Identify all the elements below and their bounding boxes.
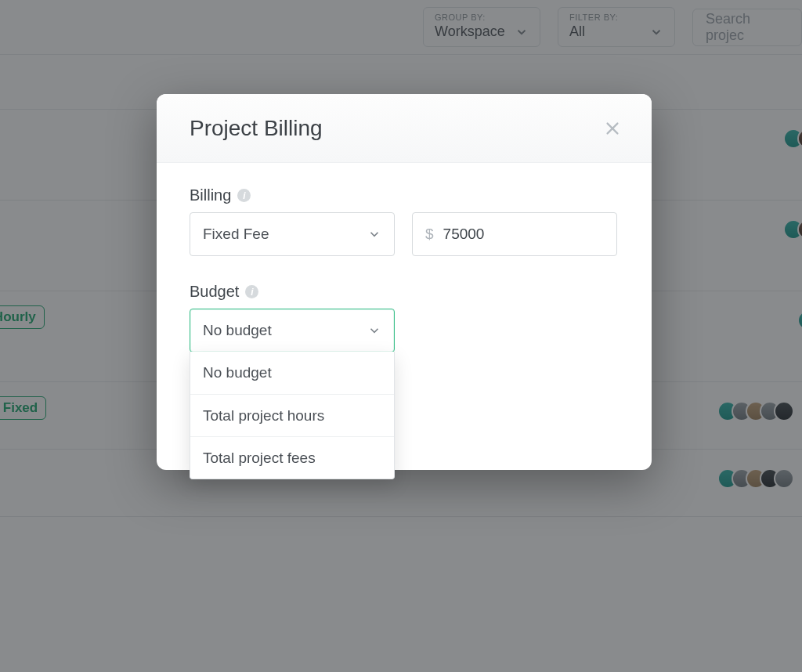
billing-amount-field[interactable]: $ <box>412 212 617 256</box>
billing-fields: Fixed Fee $ <box>190 212 619 256</box>
chevron-down-icon <box>367 323 381 338</box>
billing-label: Billing <box>190 186 231 204</box>
budget-option[interactable]: No budget <box>190 352 394 394</box>
budget-option[interactable]: Total project hours <box>190 394 394 436</box>
billing-amount-input[interactable] <box>443 226 604 243</box>
modal-title: Project Billing <box>190 116 323 141</box>
billing-type-select[interactable]: Fixed Fee <box>190 212 395 256</box>
budget-dropdown: No budgetTotal project hoursTotal projec… <box>190 352 395 479</box>
info-icon[interactable]: i <box>245 285 258 298</box>
close-button[interactable] <box>602 117 623 139</box>
info-icon[interactable]: i <box>237 189 251 202</box>
modal-header: Project Billing <box>157 94 652 163</box>
billing-type-value: Fixed Fee <box>203 226 269 243</box>
modal-body: Billing i Fixed Fee $ Budget i <box>157 163 652 415</box>
billing-label-row: Billing i <box>190 186 619 204</box>
budget-section: Budget i No budget No budgetTotal projec… <box>190 283 619 352</box>
dollar-icon: $ <box>425 226 434 243</box>
budget-label-row: Budget i <box>190 283 619 301</box>
budget-type-value: No budget <box>203 322 272 339</box>
budget-type-select[interactable]: No budget <box>190 309 395 352</box>
project-billing-modal: Project Billing Billing i Fixed Fee $ <box>157 94 652 470</box>
budget-option[interactable]: Total project fees <box>190 436 394 479</box>
chevron-down-icon <box>367 227 381 241</box>
budget-label: Budget <box>190 283 239 301</box>
